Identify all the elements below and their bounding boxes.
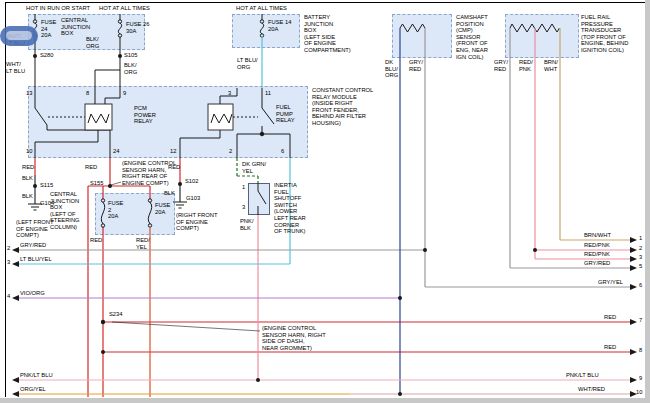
diagram-canvas[interactable]: HOT IN RUN OR START HOT AT ALL TIMES HOT… xyxy=(0,0,650,403)
watermark-logo-highlight xyxy=(6,31,32,40)
page-ref-left-3: 3 xyxy=(7,259,10,266)
inertia-pin-bottom: 3 xyxy=(242,204,245,211)
wire-label-wht-red-right: WHT/RED xyxy=(578,386,605,393)
watermark-logo xyxy=(0,26,38,46)
wire-label-dkgrn-yel: DK GRN/ YEL xyxy=(242,161,266,174)
page-ref-arrows xyxy=(12,237,637,397)
callout-leader-lines xyxy=(111,182,260,331)
splice-s234-label: S234 xyxy=(109,311,123,318)
wire-label-gry-red-frp: GRY/ RED xyxy=(494,59,508,72)
page-ref-right-9: 9 xyxy=(639,375,642,382)
splice-s155-label: S155 xyxy=(90,180,104,187)
wire-gray xyxy=(19,28,630,287)
ccrm-label: CONSTANT CONTROL RELAY MODULE (INSIDE RI… xyxy=(312,87,373,127)
fuse26-label: FUSE 26 30A xyxy=(126,21,150,34)
header-hot-all-times-2: HOT AT ALL TIMES xyxy=(236,5,287,12)
fuse-20a-label: FUSE 20A xyxy=(155,202,170,215)
left-front-label: (LEFT FRONT OF ENGINE COMPT) xyxy=(16,219,54,239)
ccrm-pin-13: 13 xyxy=(26,90,32,97)
wire-label-red-pnk-frp: RED/ PNK xyxy=(519,59,533,72)
page-ref-right-6: 6 xyxy=(639,282,642,289)
wire-label-ltblu-org: LT BLU/ ORG xyxy=(237,57,258,70)
wire-label-dkblu-org: DK BLU/ ORG xyxy=(385,59,398,79)
wire-label-gry-red-left: GRY/RED xyxy=(20,242,46,249)
wire-brn-wht xyxy=(560,28,630,240)
wire-label-blk-c: BLK xyxy=(164,190,175,197)
battery-junction-box-label: BATTERY JUNCTION BOX (LEFT SIDE OF ENGIN… xyxy=(304,14,351,54)
wire-label-gry-yel-right: GRY/YEL xyxy=(598,279,623,286)
wire-label-red-yel: RED/ YEL xyxy=(136,237,150,250)
ccrm-pin-8: 8 xyxy=(86,90,89,97)
pcm-power-relay-label: PCM POWER RELAY xyxy=(134,105,156,125)
cmp-sensor-label: CAMSHAFT POSITION (CMP) SENSOR (FRONT OF… xyxy=(456,14,488,60)
page-ref-right-1: 1 xyxy=(639,235,642,242)
page-ref-right-2: 2 xyxy=(639,245,642,252)
frp-transducer-label: FUEL RAIL PRESSURE TRANSDUCER (TOP FRONT… xyxy=(581,14,628,54)
fuel-pump-relay-label: FUEL PUMP RELAY xyxy=(276,104,295,124)
ccrm-pin-3: 3 xyxy=(228,90,231,97)
wire-label-blk-a: BLK xyxy=(22,175,33,182)
wire-label-gry-red-cmp: GRY/ RED xyxy=(409,59,423,72)
ground-g104-label: G104 xyxy=(40,200,54,207)
fuse14-label: FUSE 14 20A xyxy=(268,19,292,32)
ccrm-pin-24: 24 xyxy=(113,148,119,155)
page-ref-right-8: 8 xyxy=(639,347,642,354)
horizontal-scrollbar-track[interactable] xyxy=(0,398,650,403)
wire-label-red-c: RED xyxy=(168,164,180,171)
wire-label-brn-wht-right: BRN/WHT xyxy=(584,232,611,239)
wire-label-wht-ltblu-b: WHT/ LT BLU xyxy=(6,61,25,74)
inertia-switch-internals xyxy=(258,183,266,215)
wire-label-org-yel: ORG/YEL xyxy=(20,386,46,393)
inertia-pin-top: 1 xyxy=(242,184,245,191)
splice-s102-label: S102 xyxy=(185,178,199,185)
splice-s105-label: S105 xyxy=(124,52,138,59)
inertia-switch-label: INERTIA FUEL SHUTOFF SWITCH (LOWER LEFT … xyxy=(274,182,306,235)
page-ref-right-10: 10 xyxy=(636,389,642,396)
page-ref-left-2: 2 xyxy=(7,245,10,252)
wire-label-red-pnk-right-1: RED/PNK xyxy=(584,242,610,249)
ccrm-pin-10: 10 xyxy=(26,148,32,155)
wire-label-pnk-blk: PNK/ BLK xyxy=(240,218,254,231)
right-front-label: (RIGHT FRONT OF ENGINE COMPT) xyxy=(176,212,217,232)
wire-label-red-right-2: RED xyxy=(604,344,616,351)
ccrm-pin-2: 2 xyxy=(229,148,232,155)
fuse24-label: FUSE 24 20A xyxy=(41,19,56,39)
ccrm-pin-11: 11 xyxy=(265,90,271,97)
wire-label-pnk-ltblu-right: PNK/LT BLU xyxy=(566,372,599,379)
ccrm-pin-9: 9 xyxy=(123,90,126,97)
wire-label-vio-org: VIO/ORG xyxy=(20,290,45,297)
ccrm-relay-internals xyxy=(35,88,290,158)
wire-label-red-b: RED xyxy=(85,164,97,171)
splice-s280-label: S280 xyxy=(40,52,54,59)
wire-label-red-a: RED xyxy=(22,164,34,171)
wire-label-ltblu-yel-left: LT BLU/YEL xyxy=(20,256,52,263)
ccrm-pin-6: 6 xyxy=(281,148,284,155)
wire-label-pnk-ltblu-left: PNK/LT BLU xyxy=(20,372,53,379)
ecsh-dash-callout: (ENGINE CONTROL SENSOR HARN, RIGHT SIDE … xyxy=(262,325,326,351)
cjb-lower-label: CENTRAL JUNCTION BOX (LEFT OF STEERING C… xyxy=(50,191,80,231)
cjb-top-label: CENTRAL JUNCTION BOX xyxy=(61,17,90,37)
wire-label-red-pnk-right-2: RED/PNK xyxy=(584,251,610,258)
wire-label-blk-org-a: BLK/ ORG xyxy=(86,36,99,49)
splice-s115-label: S115 xyxy=(40,182,53,189)
page-ref-left-4: 4 xyxy=(7,293,10,300)
page-ref-right-5: 5 xyxy=(639,263,642,270)
ccrm-pin-12: 12 xyxy=(170,148,176,155)
wire-label-brn-wht-frp: BRN/ WHT xyxy=(544,59,558,72)
wire-label-blk-org-b: BLK/ ORG xyxy=(124,62,137,75)
header-hot-all-times-1: HOT AT ALL TIMES xyxy=(99,5,150,12)
vertical-scrollbar-track[interactable] xyxy=(645,0,650,403)
page-ref-right-7: 7 xyxy=(639,317,642,324)
fuse2-label: FUSE 2 20A xyxy=(108,200,123,220)
header-hot-run-start: HOT IN RUN OR START xyxy=(26,5,90,12)
wire-label-red-d: RED xyxy=(90,237,102,244)
wire-label-gry-red-right: GRY/RED xyxy=(584,260,610,267)
page-ref-right-3: 3 xyxy=(639,254,642,261)
wire-red-power xyxy=(35,158,630,397)
wire-label-blk-b: BLK xyxy=(22,193,33,200)
ground-g103-label: G103 xyxy=(186,195,200,202)
wire-label-red-right-1: RED xyxy=(604,314,616,321)
